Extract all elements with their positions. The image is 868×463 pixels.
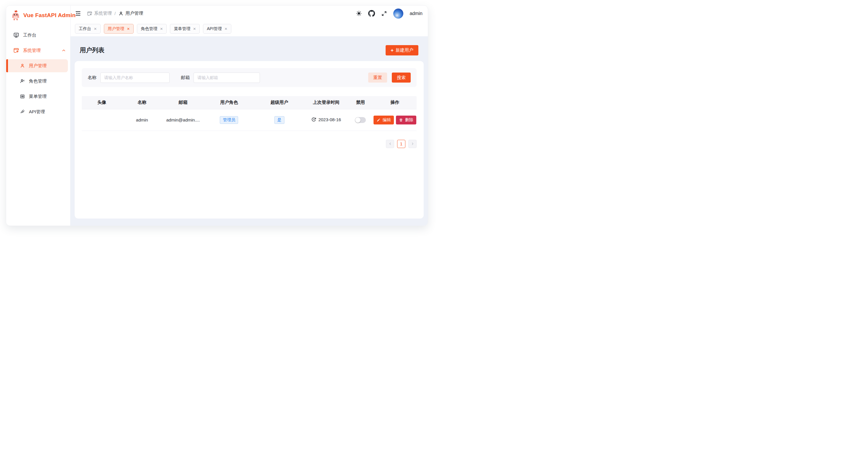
close-icon[interactable]: ✕: [193, 27, 196, 31]
breadcrumb-label: 系统管理: [94, 11, 112, 16]
theme-sun-icon[interactable]: [356, 10, 362, 16]
sidebar: Vue FastAPI Admin 工作台: [6, 6, 70, 226]
fullscreen-icon[interactable]: [381, 11, 387, 16]
app-title: Vue FastAPI Admin: [23, 12, 75, 19]
plug-icon: [20, 109, 25, 114]
col-actions: 操作: [373, 96, 416, 109]
breadcrumb-label: 用户管理: [125, 11, 143, 16]
pagination: 1: [82, 140, 416, 148]
role-tag: 管理员: [220, 116, 238, 124]
col-avatar: 头像: [82, 96, 122, 109]
prev-page-button[interactable]: [386, 140, 394, 148]
superuser-tag: 是: [274, 116, 284, 124]
window-gear-icon: [87, 11, 92, 16]
collapse-sidebar-icon[interactable]: [75, 10, 81, 16]
col-role: 用户角色: [204, 96, 254, 109]
name-cell: admin: [122, 109, 162, 131]
sidebar-menu: 工作台 系统管理: [6, 25, 70, 120]
col-email: 邮箱: [162, 96, 204, 109]
username[interactable]: admin: [409, 11, 423, 16]
role-user-icon: [20, 78, 25, 84]
email-cell: admin@admin....: [162, 109, 204, 131]
tab-workbench[interactable]: 工作台 ✕: [75, 24, 101, 34]
tab-label: API管理: [207, 26, 222, 32]
sidebar-item-api-management[interactable]: API管理: [6, 105, 70, 118]
col-disabled: 禁用: [348, 96, 373, 109]
sidebar-item-workbench[interactable]: 工作台: [6, 29, 70, 41]
main-area: 系统管理 / 用户管理: [70, 6, 428, 226]
search-filter-bar: 名称 邮箱 重置 搜索: [82, 68, 416, 87]
user-icon: [118, 11, 124, 16]
superuser-cell: 是: [254, 109, 305, 131]
chevron-up-icon: [61, 48, 66, 53]
email-field-label: 邮箱: [181, 75, 190, 80]
content-area: 用户列表 + 新建用户 名称 邮箱 重置 搜索: [70, 36, 428, 226]
tab-api-management[interactable]: API管理 ✕: [203, 24, 231, 34]
table-row: admin admin@admin.... 管理员 是: [82, 109, 416, 131]
next-page-button[interactable]: [408, 140, 416, 148]
chevron-right-icon: [411, 142, 414, 146]
tab-label: 菜单管理: [174, 26, 190, 32]
col-name: 名称: [122, 96, 162, 109]
sidebar-item-label: 系统管理: [23, 48, 41, 54]
col-superuser: 超级用户: [254, 96, 305, 109]
tabbar: 工作台 ✕ 用户管理 ✕ 角色管理 ✕ 菜单管理 ✕ API管理 ✕: [70, 21, 428, 36]
tab-label: 工作台: [79, 26, 91, 32]
breadcrumb-separator: /: [115, 11, 116, 16]
delete-label: 删除: [405, 118, 413, 123]
close-icon[interactable]: ✕: [127, 27, 130, 31]
trash-icon: [399, 118, 403, 122]
table-header-row: 头像 名称 邮箱 用户角色 超级用户 上次登录时间 禁用 操作: [82, 96, 416, 109]
close-icon[interactable]: ✕: [94, 27, 97, 31]
breadcrumb-system[interactable]: 系统管理: [87, 11, 112, 16]
sidebar-item-label: 用户管理: [29, 63, 46, 69]
history-clock-icon: [311, 117, 316, 122]
delete-button[interactable]: 删除: [396, 115, 416, 125]
page-number-1[interactable]: 1: [397, 140, 405, 148]
edit-label: 编辑: [383, 118, 391, 123]
reset-button[interactable]: 重置: [368, 72, 387, 82]
title-row: 用户列表 + 新建用户: [75, 39, 424, 61]
tab-menu-management[interactable]: 菜单管理 ✕: [170, 24, 200, 34]
close-icon[interactable]: ✕: [224, 27, 227, 31]
sidebar-item-menu-management[interactable]: 菜单管理: [6, 90, 70, 103]
close-icon[interactable]: ✕: [160, 27, 163, 31]
tab-role-management[interactable]: 角色管理 ✕: [137, 24, 167, 34]
user-list-card: 名称 邮箱 重置 搜索: [75, 61, 424, 219]
last-login-cell: 2023-08-16: [305, 109, 348, 131]
user-icon: [20, 63, 25, 68]
github-icon[interactable]: [368, 10, 375, 17]
tab-user-management[interactable]: 用户管理 ✕: [104, 24, 134, 34]
sidebar-item-label: 菜单管理: [29, 94, 46, 99]
name-field-label: 名称: [88, 75, 96, 80]
actions-cell: 编辑: [373, 109, 416, 131]
avatar-cell: [82, 109, 122, 131]
window-gear-icon: [13, 47, 19, 54]
page-title: 用户列表: [80, 46, 104, 54]
logo[interactable]: Vue FastAPI Admin: [6, 6, 70, 25]
sidebar-item-system[interactable]: 系统管理: [6, 44, 70, 57]
user-table: 头像 名称 邮箱 用户角色 超级用户 上次登录时间 禁用 操作: [82, 96, 416, 131]
email-input[interactable]: [193, 72, 260, 83]
topbar-actions: admin: [356, 8, 423, 19]
sidebar-item-label: API管理: [29, 109, 45, 115]
user-avatar[interactable]: [393, 8, 403, 19]
sidebar-item-role-management[interactable]: 角色管理: [6, 75, 70, 88]
disable-toggle[interactable]: [355, 117, 366, 123]
sidebar-item-user-management[interactable]: 用户管理: [6, 59, 68, 72]
topbar: 系统管理 / 用户管理: [70, 6, 428, 21]
breadcrumb-user[interactable]: 用户管理: [118, 11, 143, 16]
tab-label: 角色管理: [141, 26, 157, 32]
col-last-login: 上次登录时间: [305, 96, 348, 109]
create-user-button[interactable]: + 新建用户: [385, 45, 418, 56]
breadcrumb: 系统管理 / 用户管理: [87, 11, 143, 16]
sidebar-item-label: 工作台: [23, 32, 36, 38]
create-user-label: 新建用户: [396, 47, 413, 53]
app-window: Vue FastAPI Admin 工作台: [6, 5, 428, 226]
monitor-icon: [13, 32, 19, 38]
tab-label: 用户管理: [108, 26, 124, 32]
edit-button[interactable]: 编辑: [374, 115, 394, 125]
name-input[interactable]: [100, 72, 169, 83]
sidebar-item-label: 角色管理: [29, 78, 46, 84]
search-button[interactable]: 搜索: [392, 72, 411, 82]
